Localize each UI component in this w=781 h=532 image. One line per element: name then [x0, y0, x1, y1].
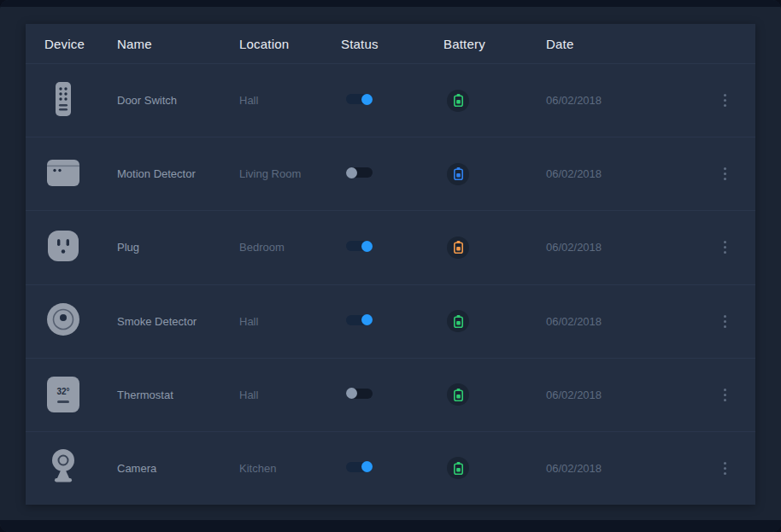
toggle-thumb	[361, 461, 373, 472]
battery-indicator	[447, 163, 469, 185]
toggle-thumb	[361, 241, 373, 252]
device-name: Camera	[117, 462, 239, 475]
battery-icon	[454, 315, 463, 328]
toggle-thumb	[361, 94, 373, 105]
device-location: Hall	[239, 94, 341, 107]
column-header-battery: Battery	[443, 37, 546, 51]
status-toggle[interactable]	[346, 315, 373, 325]
battery-icon	[454, 462, 463, 475]
device-name: Plug	[117, 241, 239, 254]
device-date: 06/02/2018	[546, 315, 696, 328]
window-bottom-edge	[0, 520, 781, 532]
status-toggle[interactable]	[346, 389, 373, 399]
column-header-device: Device	[44, 37, 117, 51]
table-row: Smoke Detector Hall 06/02/2018	[26, 284, 755, 358]
toggle-thumb	[346, 167, 357, 178]
battery-indicator	[447, 237, 469, 259]
device-location: Hall	[239, 315, 341, 328]
device-date: 06/02/2018	[546, 167, 696, 180]
table-header: Device Name Location Status Battery Date	[26, 24, 755, 63]
smoke-detector-icon	[44, 301, 82, 338]
table-row: Plug Bedroom 06/02/2018	[26, 210, 755, 284]
kebab-menu-icon[interactable]	[720, 459, 730, 478]
device-date: 06/02/2018	[546, 94, 696, 107]
device-location: Kitchen	[239, 462, 341, 475]
battery-indicator	[447, 90, 469, 112]
device-location: Bedroom	[239, 241, 341, 254]
column-header-location: Location	[239, 37, 341, 51]
battery-indicator	[447, 383, 469, 406]
motion-detector-icon	[44, 154, 82, 191]
device-name: Smoke Detector	[117, 315, 239, 328]
plug-icon	[44, 227, 82, 265]
column-header-name: Name	[117, 37, 239, 51]
status-toggle[interactable]	[346, 167, 373, 178]
kebab-menu-icon[interactable]	[720, 164, 730, 184]
column-header-date: Date	[546, 37, 696, 51]
toggle-thumb	[361, 314, 373, 325]
device-name: Door Switch	[117, 94, 239, 107]
device-name: Thermostat	[117, 389, 239, 401]
camera-icon	[44, 447, 82, 485]
status-toggle[interactable]	[346, 462, 373, 472]
column-header-status: Status	[341, 37, 443, 51]
battery-indicator	[447, 457, 469, 479]
device-location: Hall	[239, 389, 341, 401]
device-location: Living Room	[239, 167, 341, 180]
battery-icon	[454, 241, 463, 254]
battery-indicator	[447, 310, 469, 332]
table-row: Door Switch Hall 06/02/2018	[26, 63, 755, 137]
device-date: 06/02/2018	[546, 241, 696, 254]
table-row: Motion Detector Living Room 06/02/2018	[26, 137, 755, 210]
thermostat-icon: 32°	[44, 376, 82, 413]
battery-icon	[454, 389, 463, 401]
remote-icon	[44, 80, 82, 118]
kebab-menu-icon[interactable]	[720, 91, 730, 110]
app-window: Device Name Location Status Battery Date	[0, 0, 781, 532]
kebab-menu-icon[interactable]	[720, 237, 730, 257]
toggle-thumb	[346, 388, 357, 399]
kebab-menu-icon[interactable]	[720, 312, 730, 331]
device-name: Motion Detector	[117, 167, 239, 180]
status-toggle[interactable]	[346, 94, 373, 104]
kebab-menu-icon[interactable]	[720, 385, 730, 405]
table-row: 32° Thermostat Hall 06/02/2018	[26, 358, 755, 431]
device-table-card: Device Name Location Status Battery Date	[26, 24, 755, 505]
device-date: 06/02/2018	[546, 389, 696, 401]
table-body: Door Switch Hall 06/02/2018	[26, 63, 755, 505]
window-top-edge	[0, 0, 781, 7]
battery-icon	[454, 167, 463, 180]
thermostat-temp-label: 32°	[56, 387, 69, 396]
table-row: Camera Kitchen 06/02/2018	[26, 431, 755, 505]
battery-icon	[454, 94, 463, 107]
status-toggle[interactable]	[346, 241, 373, 251]
device-date: 06/02/2018	[546, 462, 696, 475]
